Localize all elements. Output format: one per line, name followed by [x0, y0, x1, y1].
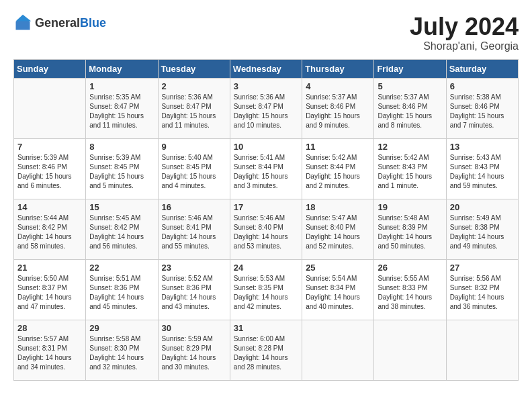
day-info: Sunrise: 5:35 AM Sunset: 8:47 PM Dayligh… — [89, 93, 154, 130]
logo-icon — [13, 13, 32, 32]
day-info: Sunrise: 5:56 AM Sunset: 8:32 PM Dayligh… — [450, 274, 515, 312]
day-info: Sunrise: 5:40 AM Sunset: 8:45 PM Dayligh… — [162, 153, 226, 191]
title-block: July 2024 Shorap'ani, Georgia — [410, 13, 519, 52]
day-info: Sunrise: 5:37 AM Sunset: 8:46 PM Dayligh… — [378, 93, 442, 130]
day-number: 13 — [450, 142, 515, 152]
calendar-cell: 19Sunrise: 5:48 AM Sunset: 8:39 PM Dayli… — [374, 199, 446, 259]
day-number: 18 — [306, 202, 370, 212]
header-day: Sunday — [14, 59, 86, 78]
day-number: 17 — [234, 202, 298, 212]
header-day: Tuesday — [158, 59, 230, 78]
day-number: 16 — [162, 202, 226, 212]
calendar-week: 14Sunrise: 5:44 AM Sunset: 8:42 PM Dayli… — [14, 199, 519, 259]
day-info: Sunrise: 5:57 AM Sunset: 8:31 PM Dayligh… — [17, 334, 82, 372]
day-info: Sunrise: 5:41 AM Sunset: 8:44 PM Dayligh… — [234, 153, 298, 191]
calendar-cell: 14Sunrise: 5:44 AM Sunset: 8:42 PM Dayli… — [14, 199, 86, 259]
calendar-week: 21Sunrise: 5:50 AM Sunset: 8:37 PM Dayli… — [14, 259, 519, 320]
day-info: Sunrise: 5:42 AM Sunset: 8:43 PM Dayligh… — [378, 153, 442, 191]
header-row: SundayMondayTuesdayWednesdayThursdayFrid… — [14, 59, 519, 78]
day-number: 24 — [234, 263, 298, 273]
day-info: Sunrise: 5:46 AM Sunset: 8:41 PM Dayligh… — [162, 214, 226, 251]
day-number: 7 — [17, 142, 82, 152]
day-number: 25 — [306, 263, 370, 273]
day-number: 9 — [162, 142, 226, 152]
day-number: 22 — [89, 263, 154, 273]
calendar-table: SundayMondayTuesdayWednesdayThursdayFrid… — [13, 59, 519, 381]
logo-blue: Blue — [80, 16, 106, 30]
calendar-cell — [374, 320, 446, 380]
calendar-body: 1Sunrise: 5:35 AM Sunset: 8:47 PM Daylig… — [14, 78, 519, 380]
calendar-cell: 31Sunrise: 6:00 AM Sunset: 8:28 PM Dayli… — [230, 320, 302, 380]
calendar-cell: 24Sunrise: 5:53 AM Sunset: 8:35 PM Dayli… — [230, 259, 302, 320]
day-number: 3 — [234, 81, 298, 91]
calendar-cell: 6Sunrise: 5:38 AM Sunset: 8:46 PM Daylig… — [446, 78, 518, 138]
calendar-cell: 20Sunrise: 5:49 AM Sunset: 8:38 PM Dayli… — [446, 199, 518, 259]
calendar-cell: 3Sunrise: 5:36 AM Sunset: 8:47 PM Daylig… — [230, 78, 302, 138]
day-info: Sunrise: 5:46 AM Sunset: 8:40 PM Dayligh… — [234, 214, 298, 251]
calendar-cell: 30Sunrise: 5:59 AM Sunset: 8:29 PM Dayli… — [158, 320, 230, 380]
calendar-cell: 8Sunrise: 5:39 AM Sunset: 8:45 PM Daylig… — [86, 138, 158, 199]
day-info: Sunrise: 5:42 AM Sunset: 8:44 PM Dayligh… — [306, 153, 370, 191]
day-info: Sunrise: 5:43 AM Sunset: 8:43 PM Dayligh… — [450, 153, 515, 191]
month-year: July 2024 — [410, 13, 519, 40]
day-info: Sunrise: 5:53 AM Sunset: 8:35 PM Dayligh… — [234, 274, 298, 312]
calendar-cell: 10Sunrise: 5:41 AM Sunset: 8:44 PM Dayli… — [230, 138, 302, 199]
day-info: Sunrise: 5:37 AM Sunset: 8:46 PM Dayligh… — [306, 93, 370, 130]
day-number: 26 — [378, 263, 442, 273]
calendar-cell: 18Sunrise: 5:47 AM Sunset: 8:40 PM Dayli… — [302, 199, 374, 259]
day-info: Sunrise: 5:48 AM Sunset: 8:39 PM Dayligh… — [378, 214, 442, 251]
day-info: Sunrise: 5:51 AM Sunset: 8:36 PM Dayligh… — [89, 274, 154, 312]
day-number: 29 — [89, 323, 154, 333]
day-info: Sunrise: 5:50 AM Sunset: 8:37 PM Dayligh… — [17, 274, 82, 312]
location: Shorap'ani, Georgia — [410, 40, 519, 52]
day-number: 23 — [162, 263, 226, 273]
day-info: Sunrise: 5:52 AM Sunset: 8:36 PM Dayligh… — [162, 274, 226, 312]
calendar-week: 28Sunrise: 5:57 AM Sunset: 8:31 PM Dayli… — [14, 320, 519, 380]
day-info: Sunrise: 5:44 AM Sunset: 8:42 PM Dayligh… — [17, 214, 82, 251]
day-number: 10 — [234, 142, 298, 152]
day-number: 30 — [162, 323, 226, 333]
day-info: Sunrise: 5:55 AM Sunset: 8:33 PM Dayligh… — [378, 274, 442, 312]
day-info: Sunrise: 6:00 AM Sunset: 8:28 PM Dayligh… — [234, 334, 298, 372]
calendar-cell — [14, 78, 86, 138]
calendar-cell: 7Sunrise: 5:39 AM Sunset: 8:46 PM Daylig… — [14, 138, 86, 199]
calendar-week: 7Sunrise: 5:39 AM Sunset: 8:46 PM Daylig… — [14, 138, 519, 199]
calendar-header: SundayMondayTuesdayWednesdayThursdayFrid… — [14, 59, 519, 78]
calendar-cell: 13Sunrise: 5:43 AM Sunset: 8:43 PM Dayli… — [446, 138, 518, 199]
calendar-cell: 26Sunrise: 5:55 AM Sunset: 8:33 PM Dayli… — [374, 259, 446, 320]
calendar-cell: 29Sunrise: 5:58 AM Sunset: 8:30 PM Dayli… — [86, 320, 158, 380]
calendar-cell: 9Sunrise: 5:40 AM Sunset: 8:45 PM Daylig… — [158, 138, 230, 199]
calendar-cell: 25Sunrise: 5:54 AM Sunset: 8:34 PM Dayli… — [302, 259, 374, 320]
day-info: Sunrise: 5:36 AM Sunset: 8:47 PM Dayligh… — [162, 93, 226, 130]
day-number: 11 — [306, 142, 370, 152]
day-number: 28 — [17, 323, 82, 333]
day-info: Sunrise: 5:49 AM Sunset: 8:38 PM Dayligh… — [450, 214, 515, 251]
calendar-week: 1Sunrise: 5:35 AM Sunset: 8:47 PM Daylig… — [14, 78, 519, 138]
calendar-cell: 21Sunrise: 5:50 AM Sunset: 8:37 PM Dayli… — [14, 259, 86, 320]
header-day: Wednesday — [230, 59, 302, 78]
day-number: 6 — [450, 81, 515, 91]
logo-text: GeneralBlue — [35, 16, 106, 30]
day-number: 31 — [234, 323, 298, 333]
calendar-cell: 17Sunrise: 5:46 AM Sunset: 8:40 PM Dayli… — [230, 199, 302, 259]
day-number: 20 — [450, 202, 515, 212]
day-number: 19 — [378, 202, 442, 212]
header-day: Monday — [86, 59, 158, 78]
day-number: 15 — [89, 202, 154, 212]
day-number: 14 — [17, 202, 82, 212]
logo-general: General — [35, 16, 80, 30]
day-info: Sunrise: 5:45 AM Sunset: 8:42 PM Dayligh… — [89, 214, 154, 251]
day-info: Sunrise: 5:58 AM Sunset: 8:30 PM Dayligh… — [89, 334, 154, 372]
day-info: Sunrise: 5:38 AM Sunset: 8:46 PM Dayligh… — [450, 93, 515, 130]
calendar-cell: 15Sunrise: 5:45 AM Sunset: 8:42 PM Dayli… — [86, 199, 158, 259]
calendar-cell: 1Sunrise: 5:35 AM Sunset: 8:47 PM Daylig… — [86, 78, 158, 138]
calendar-cell: 23Sunrise: 5:52 AM Sunset: 8:36 PM Dayli… — [158, 259, 230, 320]
day-number: 1 — [89, 81, 154, 91]
calendar-cell — [302, 320, 374, 380]
header-day: Friday — [374, 59, 446, 78]
day-info: Sunrise: 5:39 AM Sunset: 8:45 PM Dayligh… — [89, 153, 154, 191]
day-info: Sunrise: 5:36 AM Sunset: 8:47 PM Dayligh… — [234, 93, 298, 130]
calendar-cell: 28Sunrise: 5:57 AM Sunset: 8:31 PM Dayli… — [14, 320, 86, 380]
calendar-cell: 2Sunrise: 5:36 AM Sunset: 8:47 PM Daylig… — [158, 78, 230, 138]
calendar-cell: 27Sunrise: 5:56 AM Sunset: 8:32 PM Dayli… — [446, 259, 518, 320]
